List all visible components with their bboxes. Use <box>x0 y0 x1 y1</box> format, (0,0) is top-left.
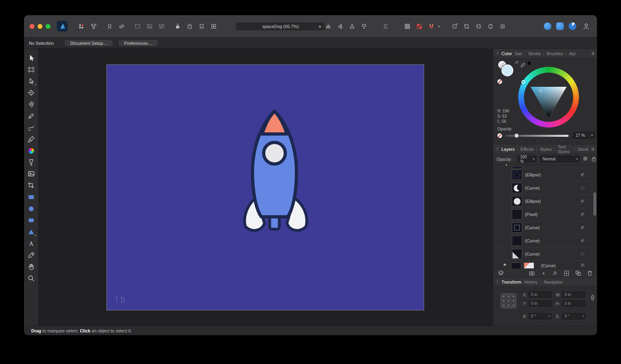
tab-text-styles[interactable]: Text Styles <box>558 144 572 154</box>
tab-stock[interactable]: Stock <box>577 147 589 152</box>
layer-row[interactable]: (Ellipse) ✓ <box>493 195 597 208</box>
tab-navigator[interactable]: Navigator <box>544 280 563 284</box>
pencil-tool[interactable] <box>26 112 36 120</box>
order-forward-icon[interactable] <box>347 22 357 31</box>
flip-horizontal-icon[interactable] <box>323 22 333 31</box>
alignment-icon[interactable] <box>381 22 391 31</box>
layer-visibility-checkbox[interactable] <box>580 185 585 191</box>
layer-visibility-checkbox[interactable]: ✓ <box>580 212 585 217</box>
opacity-dropdown-chevron[interactable]: ▼ <box>589 132 595 138</box>
layer-visibility-checkbox[interactable]: ✓ <box>580 262 585 268</box>
handle-icon-2[interactable] <box>461 22 472 31</box>
transparency-tool[interactable] <box>26 158 36 167</box>
panel-menu-icon[interactable]: ≡ <box>591 51 594 56</box>
anchor-point-selector[interactable] <box>501 293 517 308</box>
mask-layer-icon[interactable] <box>528 270 535 276</box>
layer-row[interactable]: (Ellipse) ✓ <box>493 168 597 182</box>
handle-icon-1[interactable] <box>449 22 460 31</box>
marquee-dotted-icon[interactable] <box>144 22 155 31</box>
tab-appearance[interactable]: Apr <box>569 51 576 56</box>
node-tool[interactable] <box>26 77 36 86</box>
insert-below-icon[interactable] <box>196 22 207 31</box>
add-layer-icon[interactable] <box>563 270 570 276</box>
expand-chevron-icon[interactable]: ▼ <box>505 164 508 167</box>
w-field[interactable]: 0 in <box>562 292 585 298</box>
point-transform-tool[interactable] <box>26 88 36 97</box>
y-field[interactable]: 0 in <box>529 300 552 306</box>
layer-lock-icon[interactable] <box>591 156 597 164</box>
blend-mode-dropdown[interactable]: Normal▾ <box>540 156 580 162</box>
tab-brushes[interactable]: Brushes <box>547 51 563 56</box>
insert-inside-icon[interactable] <box>208 22 219 31</box>
adjustment-layer-icon[interactable]: ◑ <box>540 270 547 276</box>
layer-row[interactable]: (Curve) <box>493 248 597 261</box>
layer-row[interactable]: (Curve) ✓ <box>493 221 597 234</box>
snapping-options-chevron[interactable]: ▾ <box>438 24 442 28</box>
assets-pie-icon[interactable] <box>569 22 576 30</box>
layer-settings-gear-icon[interactable]: ⚙ <box>583 156 588 162</box>
insert-top-icon[interactable] <box>172 22 183 31</box>
vector-crop-tool[interactable] <box>26 181 36 190</box>
panel-drag-handle[interactable]: ‖ <box>497 147 499 151</box>
color-picker-tool[interactable] <box>26 251 36 260</box>
artboard[interactable]: !b <box>107 65 424 310</box>
assets-square-icon[interactable] <box>556 22 564 30</box>
layer-visibility-checkbox[interactable]: ✓ <box>580 172 585 178</box>
zoom-tool[interactable] <box>26 274 36 283</box>
tab-effects[interactable]: Effects <box>521 147 534 152</box>
r-dropdown-chevron[interactable]: ▾ <box>549 315 551 318</box>
layer-visibility-checkbox[interactable] <box>580 251 585 257</box>
layer-row[interactable]: (Curve) <box>493 182 597 195</box>
link-dimensions-icon[interactable] <box>590 294 595 303</box>
rectangle-tool[interactable] <box>26 193 36 202</box>
layers-stack-icon[interactable] <box>497 270 504 276</box>
view-tool[interactable] <box>26 262 36 271</box>
opacity-none-icon[interactable] <box>497 133 502 138</box>
paint-brush-tool[interactable] <box>26 135 36 144</box>
saturation-triangle[interactable] <box>525 73 573 121</box>
close-window-button[interactable] <box>30 24 34 29</box>
minimize-window-button[interactable] <box>38 24 42 29</box>
move-tool[interactable] <box>26 54 36 62</box>
picked-color-swatch[interactable] <box>527 61 532 66</box>
layer-row[interactable]: (Pixel) ✓ <box>493 208 597 221</box>
hue-marker[interactable] <box>521 80 525 84</box>
tab-swatches[interactable]: Swt <box>515 51 522 56</box>
h-field[interactable]: 0 in <box>562 300 585 306</box>
s-dropdown-chevron[interactable]: ▾ <box>582 315 585 318</box>
rounded-rectangle-tool[interactable] <box>26 216 36 225</box>
order-backward-icon[interactable] <box>359 22 369 31</box>
flip-vertical-icon[interactable] <box>335 22 345 31</box>
expand-chevron-icon[interactable]: ▶ <box>504 262 507 266</box>
color-wheel[interactable] <box>518 67 579 128</box>
triangle-tool[interactable] <box>26 228 36 236</box>
layer-row-partial[interactable]: ▼ <box>493 164 597 168</box>
scrollbar-thumb[interactable] <box>593 192 596 216</box>
preferences-button[interactable]: Preferences… <box>118 39 158 47</box>
layer-visibility-checkbox[interactable]: ✓ <box>580 225 585 230</box>
s-field[interactable]: 0 °▾ <box>562 313 585 319</box>
layers-scrollbar[interactable] <box>593 164 596 268</box>
tab-color[interactable]: Color <box>501 51 512 56</box>
ellipse-tool[interactable] <box>26 204 36 213</box>
marquee-slash-icon[interactable] <box>156 22 167 31</box>
delete-layer-icon[interactable] <box>587 270 593 276</box>
group-layers-icon[interactable] <box>575 270 582 276</box>
pen-tool[interactable] <box>26 100 36 109</box>
r-field[interactable]: 0 °▾ <box>529 313 552 319</box>
rocket-illustration[interactable] <box>232 108 320 244</box>
assets-circle-icon[interactable] <box>544 22 551 30</box>
insert-above-icon[interactable] <box>184 22 195 31</box>
tab-stroke[interactable]: Stroke <box>528 51 541 56</box>
x-field[interactable]: 0 in <box>529 292 552 298</box>
panel-drag-handle[interactable]: ‖ <box>497 280 499 284</box>
tab-layers[interactable]: Layers <box>501 147 515 152</box>
fill-swatch[interactable] <box>501 64 513 76</box>
zoom-window-button[interactable] <box>46 24 50 29</box>
tab-transform[interactable]: Transform <box>501 280 521 284</box>
layer-row[interactable]: (Curve) ✓ <box>493 234 597 248</box>
document-setup-button[interactable]: Document Setup… <box>64 39 113 47</box>
artboard-tool[interactable] <box>26 65 36 74</box>
gradient-tool[interactable] <box>26 146 36 155</box>
handle-icon-5[interactable] <box>497 22 508 31</box>
